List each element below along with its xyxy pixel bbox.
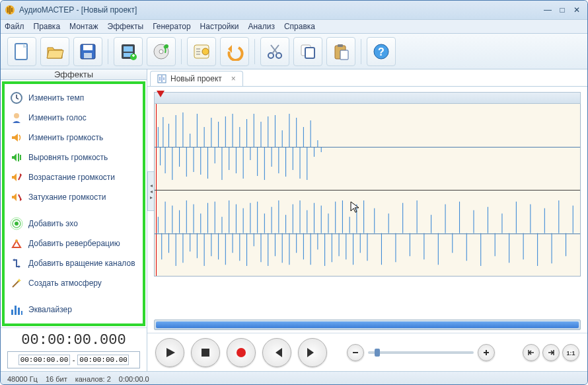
- next-button[interactable]: [298, 338, 327, 367]
- play-button[interactable]: [155, 338, 184, 367]
- person-icon: [10, 111, 23, 124]
- undo-button[interactable]: [220, 37, 249, 66]
- record-icon: [235, 346, 248, 359]
- status-duration: 0:00:00.0: [119, 375, 149, 383]
- timer-panel: 00:00:00.000 -: [1, 327, 147, 372]
- menu-file[interactable]: Файл: [5, 22, 24, 31]
- effect-echo[interactable]: Добавить эхо: [6, 214, 141, 234]
- reverb-icon: [10, 237, 23, 250]
- new-button[interactable]: [7, 37, 36, 66]
- folder-open-icon: [46, 42, 64, 61]
- menu-edit[interactable]: Правка: [34, 22, 61, 31]
- timeline-ruler[interactable]: [154, 92, 581, 104]
- help-button[interactable]: ?: [367, 37, 396, 66]
- maximize-button[interactable]: □: [556, 5, 569, 15]
- timer-display: 00:00:00.000: [7, 332, 140, 349]
- cut-button[interactable]: [260, 37, 289, 66]
- effect-rotate-channels[interactable]: Добавить вращение каналов: [6, 253, 141, 273]
- statusbar: 48000 Гц 16 бит каналов: 2 0:00:00.0: [1, 371, 587, 385]
- svg-rect-20: [340, 50, 348, 60]
- playhead-icon[interactable]: [156, 90, 165, 99]
- svg-rect-30: [15, 306, 17, 315]
- skip-back-icon: [270, 346, 283, 359]
- paste-button[interactable]: [326, 37, 355, 66]
- stop-button[interactable]: [191, 338, 220, 367]
- status-rate: 48000 Гц: [7, 375, 38, 383]
- effect-change-volume[interactable]: Изменить громкость: [6, 128, 141, 148]
- arrow-left-end-icon: [527, 348, 536, 357]
- effect-change-voice[interactable]: Изменить голос: [6, 108, 141, 128]
- collapse-handle[interactable]: ◂◂▸: [147, 171, 154, 211]
- zoom-fit-button[interactable]: 1:1: [562, 344, 579, 361]
- svg-rect-29: [11, 310, 13, 315]
- svg-rect-4: [84, 53, 92, 58]
- copy-button[interactable]: [293, 37, 322, 66]
- track-left[interactable]: [155, 104, 580, 190]
- svg-point-35: [237, 348, 246, 357]
- status-channels: каналов: 2: [75, 375, 111, 383]
- svg-text:1:1: 1:1: [566, 350, 575, 357]
- menu-analysis[interactable]: Анализ: [248, 22, 275, 31]
- cd-button[interactable]: [147, 37, 176, 66]
- zoom-slider[interactable]: [347, 344, 516, 361]
- sidebar: Эффекты Изменить темп Изменить голос Изм…: [1, 69, 147, 371]
- effect-equalizer[interactable]: Эквалайзер: [6, 300, 141, 320]
- plus-icon: [482, 348, 491, 357]
- tabs: Новый проект ×: [147, 69, 587, 87]
- skip-forward-icon: [306, 346, 319, 359]
- effect-normalize[interactable]: Выровнять громкость: [6, 148, 141, 167]
- close-button[interactable]: ✕: [570, 5, 583, 15]
- speaker-up-icon: [10, 171, 23, 184]
- record-button[interactable]: [227, 338, 256, 367]
- effect-fade-in[interactable]: Возрастание громкости: [6, 167, 141, 187]
- arrow-right-end-icon: [546, 348, 556, 357]
- copy-icon: [299, 42, 317, 61]
- play-icon: [163, 346, 176, 359]
- minus-icon: [351, 348, 360, 357]
- svg-point-10: [159, 50, 163, 54]
- svg-point-11: [165, 44, 168, 48]
- svg-rect-17: [305, 48, 314, 58]
- timer-to-input[interactable]: [77, 355, 129, 365]
- save-button[interactable]: [73, 37, 102, 66]
- clock-icon: [10, 91, 23, 105]
- undo-icon: [225, 42, 244, 61]
- mix-button[interactable]: [187, 37, 216, 66]
- transport-bar: 1:1: [147, 333, 587, 371]
- video-button[interactable]: [114, 37, 143, 66]
- status-bits: 16 бит: [46, 375, 67, 383]
- titlebar: АудиоМАСТЕР - [Новый проект] — □ ✕: [1, 1, 587, 19]
- zoom-out-button[interactable]: [347, 344, 364, 361]
- menubar: Файл Правка Монтаж Эффекты Генератор Нас…: [1, 19, 587, 34]
- sidebar-header: Эффекты: [1, 69, 147, 80]
- effects-panel: Изменить темп Изменить голос Изменить гр…: [2, 81, 145, 326]
- effect-reverb[interactable]: Добавить реверберацию: [6, 234, 141, 253]
- svg-point-25: [15, 222, 18, 226]
- speaker-level-icon: [10, 151, 23, 164]
- audio-file-icon: [157, 74, 166, 83]
- effect-fade-out[interactable]: Затухание громкости: [6, 187, 141, 207]
- effect-change-tempo[interactable]: Изменить темп: [6, 88, 141, 108]
- open-button[interactable]: [40, 37, 69, 66]
- timer-from-input[interactable]: [18, 355, 70, 365]
- svg-rect-19: [338, 44, 343, 47]
- tab-close-icon[interactable]: ×: [231, 74, 236, 83]
- goto-end-button[interactable]: [542, 344, 560, 361]
- menu-settings[interactable]: Настройки: [200, 22, 239, 31]
- svg-text:?: ?: [378, 46, 385, 58]
- horizontal-scrollbar[interactable]: [154, 320, 581, 330]
- track-right[interactable]: [155, 190, 580, 276]
- menu-effects[interactable]: Эффекты: [108, 22, 144, 31]
- menu-help[interactable]: Справка: [284, 22, 315, 31]
- zoom-in-button[interactable]: [478, 344, 495, 361]
- goto-start-button[interactable]: [523, 344, 540, 361]
- tab-project[interactable]: Новый проект ×: [150, 71, 243, 86]
- prev-button[interactable]: [262, 338, 291, 367]
- app-icon: [5, 5, 15, 15]
- menu-montage[interactable]: Монтаж: [69, 22, 98, 31]
- minimize-button[interactable]: —: [541, 5, 554, 15]
- disc-icon: [152, 42, 170, 61]
- effect-atmosphere[interactable]: Создать атмосферу: [6, 273, 141, 293]
- menu-generator[interactable]: Генератор: [153, 22, 190, 31]
- waveform-area[interactable]: ◂◂▸: [154, 92, 581, 316]
